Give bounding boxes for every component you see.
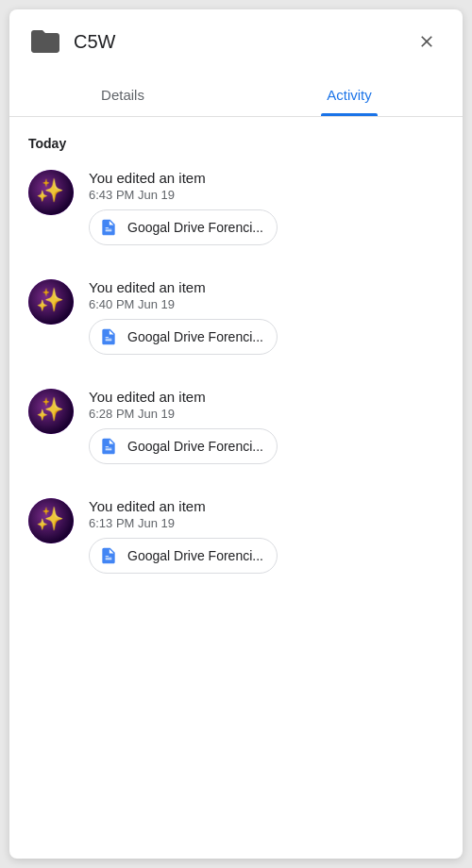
- activity-timestamp: 6:13 PM Jun 19: [89, 516, 444, 530]
- activity-item: You edited an item 6:43 PM Jun 19 Googal…: [28, 170, 444, 245]
- activity-action: You edited an item: [89, 389, 444, 405]
- activity-timestamp: 6:40 PM Jun 19: [89, 297, 444, 311]
- avatar-image: [28, 279, 74, 325]
- activity-panel: C5W Details Activity Today You edited an…: [9, 9, 463, 859]
- file-chip[interactable]: Googal Drive Forenci...: [89, 209, 278, 245]
- panel-header: C5W: [9, 9, 463, 74]
- document-icon: [97, 326, 120, 348]
- tab-bar: Details Activity: [9, 74, 463, 117]
- close-button[interactable]: [410, 25, 444, 58]
- activity-content: Today You edited an item 6:43 PM Jun 19 …: [9, 117, 463, 859]
- activity-action: You edited an item: [89, 170, 444, 186]
- document-icon: [97, 216, 120, 239]
- activity-action: You edited an item: [89, 498, 444, 514]
- activity-details: You edited an item 6:28 PM Jun 19 Googal…: [89, 389, 444, 464]
- activity-item: You edited an item 6:40 PM Jun 19 Googal…: [28, 279, 444, 355]
- folder-icon: [28, 25, 62, 58]
- activity-item: You edited an item 6:28 PM Jun 19 Googal…: [28, 389, 444, 464]
- activity-list: You edited an item 6:43 PM Jun 19 Googal…: [28, 170, 444, 574]
- avatar-image: [28, 498, 74, 543]
- tab-details[interactable]: Details: [9, 74, 236, 116]
- activity-timestamp: 6:43 PM Jun 19: [89, 188, 444, 202]
- user-avatar: [28, 170, 74, 215]
- tab-activity[interactable]: Activity: [236, 74, 463, 116]
- activity-timestamp: 6:28 PM Jun 19: [89, 407, 444, 421]
- activity-details: You edited an item 6:13 PM Jun 19 Googal…: [89, 498, 444, 574]
- document-icon: [97, 435, 120, 458]
- file-chip[interactable]: Googal Drive Forenci...: [89, 428, 278, 464]
- user-avatar: [28, 498, 74, 543]
- panel-title: C5W: [74, 31, 410, 53]
- file-name: Googal Drive Forenci...: [127, 220, 263, 235]
- avatar-image: [28, 170, 74, 215]
- user-avatar: [28, 279, 74, 325]
- activity-details: You edited an item 6:40 PM Jun 19 Googal…: [89, 279, 444, 355]
- activity-details: You edited an item 6:43 PM Jun 19 Googal…: [89, 170, 444, 245]
- activity-item: You edited an item 6:13 PM Jun 19 Googal…: [28, 498, 444, 574]
- avatar-image: [28, 389, 74, 434]
- file-chip[interactable]: Googal Drive Forenci...: [89, 538, 278, 574]
- activity-action: You edited an item: [89, 279, 444, 295]
- section-today-label: Today: [28, 136, 444, 151]
- file-name: Googal Drive Forenci...: [127, 548, 263, 563]
- user-avatar: [28, 389, 74, 434]
- file-chip[interactable]: Googal Drive Forenci...: [89, 319, 278, 355]
- document-icon: [97, 544, 120, 567]
- file-name: Googal Drive Forenci...: [127, 329, 263, 344]
- file-name: Googal Drive Forenci...: [127, 439, 263, 454]
